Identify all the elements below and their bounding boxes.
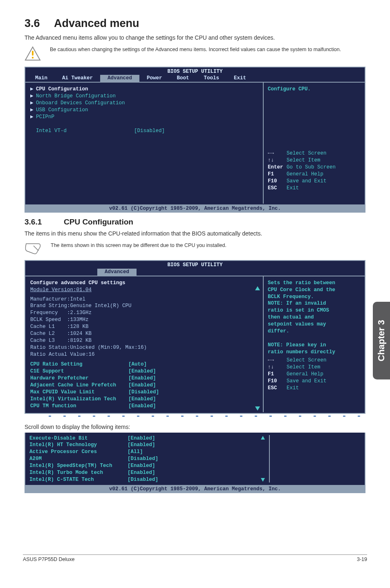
scroll-indicators: [261, 436, 265, 482]
page-footer: ASUS P7P55D Deluxe 3-19: [23, 554, 367, 562]
bios-screen-3: Execute-Disable Bit[Enabled] Intel(R) HT…: [25, 433, 365, 486]
bios-title: BIOS SETUP UTILITY: [25, 67, 365, 75]
note-text: The items shown in this screen may be di…: [51, 242, 226, 249]
bios-copyright: v02.61 (C)Copyright 1985-2009, American …: [25, 205, 365, 213]
opt-value: [Disabled]: [128, 477, 158, 483]
opt-label: Max CPUID Value Limit: [30, 389, 128, 396]
tab-exit: Exit: [226, 75, 253, 82]
info-row: Cache L2 :1024 KB: [30, 330, 259, 337]
opt-label: A20M: [29, 456, 128, 462]
info-row: Manufacturer:Intel: [30, 296, 259, 303]
note-callout: The items shown in this screen may be di…: [25, 242, 365, 256]
scroll-indicators: [255, 286, 260, 411]
bios-left-pane: Configure advanced CPU settings Module V…: [26, 276, 264, 412]
scroll-up-icon: [255, 286, 260, 290]
footer-page-number: 3-19: [357, 557, 367, 562]
dash-separator: - - - - - - - - - - - - - - - - - - - - …: [25, 414, 365, 419]
bios-right-pane: Sets the ratio between CPU Core Clock an…: [264, 276, 364, 412]
menu-item: North Bridge Configuration: [36, 93, 116, 99]
menu-item: CPU Configuration: [36, 86, 88, 92]
menu-item: Onboard Devices Configuration: [36, 100, 125, 106]
tab-advanced: Advanced: [97, 269, 137, 276]
tab-tools: Tools: [197, 75, 227, 82]
footer-product: ASUS P7P55D Deluxe: [23, 557, 74, 562]
menu-item: PCIPnP: [36, 114, 54, 120]
menu-item: USB Configuration: [36, 107, 88, 113]
opt-label: Intel(R) HT Technology: [29, 442, 128, 449]
opt-value: [Enabled]: [128, 470, 155, 476]
opt-value: [Disabled]: [128, 389, 159, 395]
info-row: Ratio Status:Unlocked (Min:09, Max:16): [30, 344, 259, 351]
chapter-tab: Chapter 3: [373, 302, 390, 379]
tab-ai-tweaker: Ai Tweaker: [55, 75, 100, 82]
opt-value: [Enabled]: [128, 368, 156, 374]
scroll-up-icon: [261, 436, 265, 440]
info-row: Ratio Actual Value:16: [30, 351, 259, 358]
nav-keys: ←→Select Screen ↑↓Select Item EnterGo to…: [268, 150, 360, 191]
tab-main: Main: [28, 75, 55, 82]
opt-label: C1E Support: [30, 368, 128, 375]
opt-value: [Enabled]: [128, 442, 155, 448]
opt-label: CPU Ratio Setting: [30, 361, 128, 368]
cpu-module: Module Version:01.04: [30, 287, 259, 294]
nav-keys: ←→Select Screen ↑↓Select Item F1General …: [268, 357, 360, 391]
opt-value: [All]: [128, 449, 143, 455]
bios-copyright: v02.61 (C)Copyright 1985-2009, American …: [25, 486, 365, 493]
cpu-heading: Configure advanced CPU settings: [30, 280, 259, 287]
opt-value: [Auto]: [128, 361, 147, 367]
info-row: BCLK Speed :133MHz: [30, 316, 259, 323]
subsection-intro: The items in this menu show the CPU-rela…: [25, 230, 365, 238]
bios-left-pane: ▶CPU Configuration ▶North Bridge Configu…: [26, 83, 264, 204]
opt-label: Intel(R) C-STATE Tech: [29, 476, 128, 483]
warning-icon: [25, 46, 41, 63]
opt-value: [Enabled]: [128, 396, 156, 402]
info-row: Cache L3 :8192 KB: [30, 337, 259, 344]
info-row: Cache L1 :128 KB: [30, 323, 259, 330]
subsection-title: CPU Configuration: [64, 218, 133, 226]
section-number: 3.6: [25, 17, 54, 30]
opt-label: Execute-Disable Bit: [29, 435, 128, 442]
bios-right-pane: Configure CPU. ←→Select Screen ↑↓Select …: [264, 83, 364, 204]
help-text: Configure CPU.: [268, 86, 360, 93]
chapter-label: Chapter 3: [376, 320, 387, 361]
scroll-intro: Scroll down to display the following ite…: [25, 424, 365, 430]
warning-callout: Be cautious when changing the settings o…: [25, 46, 365, 63]
menu-value: [Disabled]: [134, 128, 165, 134]
section-heading: 3.6Advanced menu: [25, 17, 365, 30]
opt-value: [Enabled]: [128, 435, 155, 441]
scroll-down-icon: [261, 478, 265, 482]
opt-value: [Enabled]: [128, 382, 156, 388]
subsection-heading: 3.6.1CPU Configuration: [25, 218, 365, 227]
opt-value: [Disabled]: [128, 456, 158, 462]
tab-boot: Boot: [170, 75, 197, 82]
opt-value: [Enabled]: [128, 375, 156, 381]
opt-label: Intel(R) SpeedStep(TM) Tech: [29, 462, 128, 469]
scroll-down-icon: [255, 406, 260, 411]
subsection-number: 3.6.1: [25, 218, 64, 227]
bios-title: BIOS SETUP UTILITY: [25, 261, 365, 269]
menu-item: Intel VT-d: [36, 128, 134, 135]
opt-label: Active Processor Cores: [29, 449, 128, 456]
info-row: Frequency :2.13GHz: [30, 310, 259, 316]
svg-line-3: [34, 246, 38, 251]
bios-tabs: Main Ai Tweaker Advanced Power Boot Tool…: [25, 75, 365, 83]
opt-value: [Enabled]: [128, 403, 156, 409]
bios-tabs: Advanced: [25, 269, 365, 276]
help-text: Sets the ratio between CPU Core Clock an…: [268, 280, 360, 356]
section-title: Advanced menu: [54, 17, 139, 29]
opt-label: Intel(R) Virtualization Tech: [30, 396, 128, 403]
warning-text: Be cautious when changing the settings o…: [50, 46, 341, 53]
opt-label: Adjacent Cache Line Prefetch: [30, 382, 128, 389]
opt-label: Hardware Prefetcher: [30, 375, 128, 382]
note-icon: [25, 242, 42, 256]
bios-screen-2: BIOS SETUP UTILITY Advanced Configure ad…: [25, 260, 365, 414]
opt-label: CPU TM function: [30, 403, 128, 410]
intro-text: The Advanced menu items allow you to cha…: [25, 34, 365, 42]
svg-rect-1: [32, 51, 34, 56]
opt-label: Intel(R) Turbo Mode tech: [29, 469, 128, 476]
opt-value: [Enabled]: [128, 463, 155, 469]
info-row: Brand String:Genuine Intel(R) CPU: [30, 303, 259, 310]
tab-advanced: Advanced: [100, 75, 139, 82]
tab-power: Power: [139, 75, 170, 82]
bios-screen-1: BIOS SETUP UTILITY Main Ai Tweaker Advan…: [25, 67, 365, 206]
